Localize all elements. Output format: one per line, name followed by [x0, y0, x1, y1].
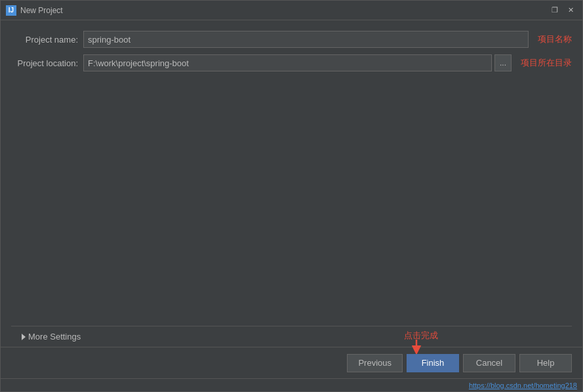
url-bar: https://blog.csdn.net/hometing218	[1, 378, 582, 391]
bottom-section: More Settings	[11, 326, 572, 347]
previous-button[interactable]: Previous	[347, 354, 403, 372]
project-name-label: Project name:	[11, 35, 83, 45]
project-location-input[interactable]	[83, 54, 492, 71]
restore-button[interactable]: ❐	[548, 4, 561, 17]
url-text[interactable]: https://blog.csdn.net/hometing218	[469, 382, 577, 389]
browse-button[interactable]: ...	[494, 54, 512, 71]
project-name-row: Project name: 项目名称	[11, 31, 572, 48]
project-location-label: Project location:	[11, 58, 83, 68]
title-bar-controls: ❐ ✕	[548, 4, 577, 17]
project-name-annotation: 项目名称	[538, 33, 572, 45]
close-button[interactable]: ✕	[564, 4, 577, 17]
help-button[interactable]: Help	[519, 354, 572, 372]
main-area	[11, 78, 572, 326]
project-location-annotation: 项目所在目录	[521, 57, 572, 69]
more-settings-arrow-icon	[22, 334, 26, 340]
new-project-dialog: IJ New Project ❐ ✕ Project name: 项目名称 Pr…	[0, 0, 583, 392]
button-bar: 点击完成 Previous Finish Cancel Help	[1, 347, 582, 378]
content-area: Project name: 项目名称 Project location: ...…	[1, 20, 582, 347]
finish-button[interactable]: Finish	[407, 354, 459, 372]
project-location-input-wrap: ... 项目所在目录	[83, 54, 572, 71]
title-bar: IJ New Project ❐ ✕	[1, 1, 582, 20]
cancel-button[interactable]: Cancel	[463, 354, 515, 372]
project-name-input[interactable]	[83, 31, 529, 48]
more-settings-toggle[interactable]: More Settings	[22, 332, 81, 342]
app-icon: IJ	[6, 5, 16, 16]
title-bar-left: IJ New Project	[6, 5, 63, 16]
project-location-row: Project location: ... 项目所在目录	[11, 54, 572, 71]
more-settings-label: More Settings	[28, 332, 81, 342]
window-title: New Project	[20, 6, 63, 15]
project-name-input-wrap: 项目名称	[83, 31, 572, 48]
